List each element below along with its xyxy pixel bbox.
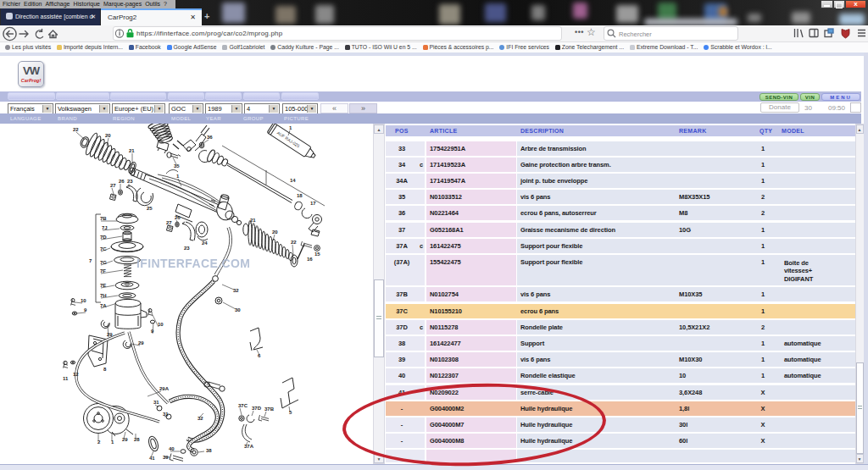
- svg-text:18: 18: [297, 193, 303, 198]
- svg-text:AUF RAJ-025: AUF RAJ-025: [276, 130, 301, 149]
- svg-text:12: 12: [73, 372, 79, 377]
- svg-text:21: 21: [250, 218, 256, 223]
- svg-text:1: 1: [176, 174, 180, 179]
- svg-text:31: 31: [163, 412, 169, 417]
- svg-text:37A: 37A: [244, 444, 254, 449]
- svg-text:23: 23: [127, 179, 133, 184]
- svg-text:31: 31: [153, 400, 159, 405]
- svg-text:8: 8: [103, 367, 107, 372]
- svg-text:29: 29: [107, 332, 113, 337]
- svg-text:22: 22: [73, 127, 79, 132]
- svg-text:32: 32: [198, 416, 203, 421]
- svg-text:9: 9: [84, 307, 87, 312]
- svg-text:35: 35: [174, 163, 180, 169]
- svg-text:26: 26: [119, 179, 125, 184]
- svg-text:27: 27: [110, 183, 116, 188]
- svg-text:27: 27: [166, 220, 172, 225]
- svg-text:25: 25: [147, 206, 153, 211]
- svg-text:37B: 37B: [264, 406, 275, 412]
- svg-text:16: 16: [307, 257, 313, 262]
- svg-text:6: 6: [258, 353, 261, 358]
- svg-text:15: 15: [314, 252, 320, 257]
- svg-text:30: 30: [235, 307, 241, 312]
- svg-text:23: 23: [184, 246, 190, 251]
- svg-text:17: 17: [310, 201, 316, 206]
- svg-text:22: 22: [291, 240, 297, 245]
- svg-text:1: 1: [289, 125, 292, 130]
- svg-text:20: 20: [272, 229, 278, 235]
- svg-text:7B: 7B: [100, 216, 107, 221]
- svg-text:10: 10: [81, 298, 86, 303]
- svg-text:1: 1: [111, 440, 114, 445]
- svg-text:32: 32: [233, 288, 239, 293]
- svg-text:10: 10: [158, 322, 164, 327]
- svg-text:28: 28: [134, 437, 140, 442]
- svg-text:14: 14: [290, 178, 296, 183]
- svg-text:IFINTERFACE.COM: IFINTERFACE.COM: [136, 257, 250, 270]
- svg-text:36: 36: [207, 135, 213, 140]
- svg-text:38: 38: [206, 448, 212, 453]
- svg-text:29A: 29A: [159, 386, 170, 391]
- svg-text:11: 11: [63, 376, 69, 381]
- svg-text:29: 29: [122, 437, 128, 442]
- svg-text:40: 40: [169, 446, 175, 451]
- svg-text:37C: 37C: [238, 403, 248, 408]
- svg-text:41: 41: [149, 456, 155, 461]
- svg-text:37D: 37D: [252, 406, 262, 411]
- svg-text:7: 7: [89, 258, 92, 263]
- svg-text:24: 24: [202, 241, 208, 246]
- svg-text:20: 20: [105, 133, 111, 138]
- svg-text:26: 26: [175, 215, 181, 220]
- svg-text:2: 2: [97, 440, 101, 445]
- svg-text:29: 29: [138, 340, 144, 346]
- svg-text:21: 21: [129, 148, 135, 153]
- svg-text:7J: 7J: [102, 225, 108, 230]
